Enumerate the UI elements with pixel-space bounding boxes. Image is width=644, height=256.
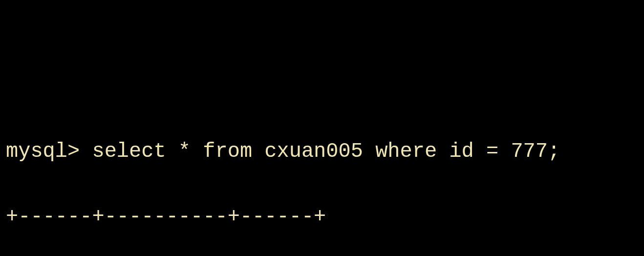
- table-border-top: +------+----------+------+: [6, 201, 638, 234]
- sql-query: select * from cxuan005 where id = 777;: [92, 140, 560, 163]
- mysql-prompt: mysql>: [6, 140, 92, 163]
- query-line: mysql> select * from cxuan005 where id =…: [6, 135, 638, 168]
